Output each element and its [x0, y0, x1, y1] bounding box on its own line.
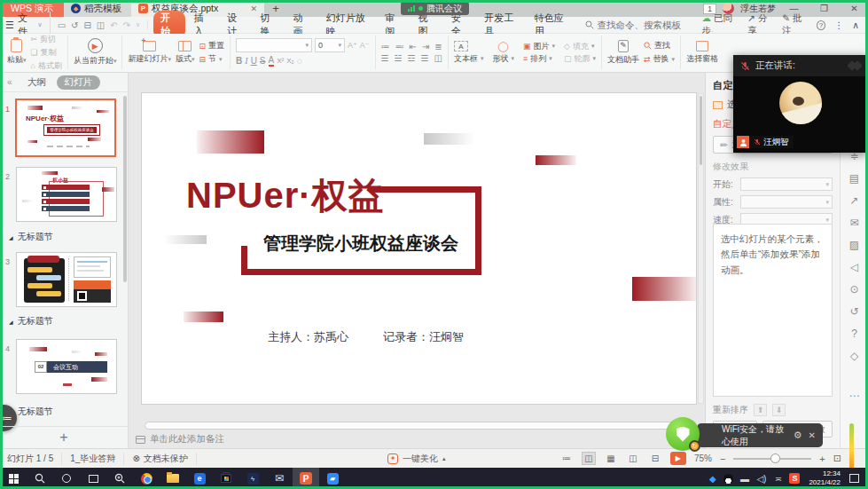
slide-sorter-icon[interactable]: ▦ — [604, 452, 618, 465]
slide-presenters[interactable]: 主持人：苏禹心 记录者：汪炯智 — [142, 329, 590, 345]
help-icon[interactable]: ? — [817, 20, 825, 30]
wps-taskbar-button[interactable]: P — [293, 468, 319, 489]
collapse-panel-icon[interactable]: « — [7, 77, 12, 87]
strikethrough-button[interactable]: S — [260, 56, 266, 66]
slideshow-button[interactable]: ▶ — [670, 452, 686, 465]
format-painter-button[interactable]: ⌂格式刷 — [31, 60, 62, 72]
font-size-select[interactable]: 0▾ — [315, 38, 345, 52]
zoom-in-button[interactable]: + — [819, 454, 825, 464]
replace-button[interactable]: ⇄替换▾ — [644, 53, 675, 65]
tab-docer-templates[interactable]: ◆ 稻壳模板 — [64, 0, 131, 17]
mail-icon[interactable]: ✉ — [849, 217, 858, 229]
security-shield-icon[interactable]: ↻ — [666, 417, 700, 451]
subscript-button[interactable]: X₂ — [286, 57, 293, 65]
sogou-input-icon[interactable]: S — [789, 473, 800, 484]
outdent-icon[interactable]: ⇤ — [410, 42, 417, 51]
numbering-icon[interactable]: ≕ — [395, 42, 404, 51]
slide-subtitle[interactable]: 管理学院小班权益座谈会 — [246, 232, 475, 256]
bold-button[interactable]: B — [236, 56, 242, 66]
outline-view-icon[interactable]: ≔ — [559, 452, 574, 465]
more-menu-icon[interactable]: ⋮ — [834, 20, 844, 30]
textbox-button[interactable]: 文本框▾ — [454, 53, 484, 65]
property-select[interactable]: ▾ — [740, 195, 833, 209]
fill-button[interactable]: ◇填充▾ — [564, 41, 596, 52]
action-center-icon[interactable] — [849, 474, 859, 483]
slide-1-canvas[interactable]: NPUer·权益 管理学院小班权益座谈会 主持人：苏禹心 记录者：汪炯智 — [142, 93, 696, 404]
cut-button[interactable]: ✂剪切 — [31, 34, 62, 45]
device-tray-icon[interactable]: ▬ — [739, 474, 750, 484]
file-explorer-button[interactable] — [160, 468, 186, 489]
taskbar-clock[interactable]: 12:34 2021/4/22 — [809, 469, 841, 487]
zoom-out-button[interactable]: − — [720, 454, 725, 464]
align-left-icon[interactable]: ☰ — [381, 53, 389, 63]
tencent-meeting-button[interactable]: ▰ — [319, 468, 346, 489]
redo-icon[interactable]: ↷ — [123, 20, 130, 30]
presenter-view-icon[interactable]: ⊟ — [648, 452, 662, 465]
document-protection[interactable]: ⊗文档未保护 — [124, 453, 196, 465]
reset-button[interactable]: ⊡重置 — [199, 40, 225, 51]
justify-icon[interactable]: ☰ — [420, 53, 428, 63]
clear-format-icon[interactable]: ◌ — [297, 56, 302, 66]
selection-pane-button[interactable]: 选择窗格 — [686, 41, 718, 65]
shapes-button[interactable]: 形状▾ — [492, 53, 514, 65]
play-from-current-button[interactable]: ▶ 从当前开始▾ — [74, 38, 117, 67]
new-slide-button[interactable]: 新建幻灯片▾ — [128, 41, 171, 65]
superscript-button[interactable]: X² — [277, 57, 284, 65]
network-tray-icon[interactable]: ≍ — [772, 474, 784, 484]
align-center-icon[interactable]: ☱ — [395, 53, 403, 63]
tab-outline[interactable]: 大纲 — [27, 76, 46, 89]
task-view-button[interactable] — [80, 468, 106, 489]
zoom-slider[interactable] — [733, 458, 811, 460]
command-search[interactable] — [585, 20, 702, 30]
italic-button[interactable]: I — [245, 56, 247, 66]
collapse-ribbon-icon[interactable]: ∧ — [852, 20, 859, 30]
section-button[interactable]: ⊟节▾ — [199, 53, 225, 65]
qq-tray-icon[interactable] — [723, 474, 733, 484]
close-toast-icon[interactable]: ✕ — [809, 430, 816, 440]
more-dots-icon[interactable]: ⋯ — [849, 390, 860, 402]
layout-button[interactable]: 版式▾ — [176, 41, 195, 65]
record-icon[interactable]: ⊙ — [849, 283, 858, 296]
increase-font-icon[interactable]: A⁺ — [348, 41, 357, 50]
sidebar-scrollbar[interactable] — [123, 96, 127, 282]
gear-icon[interactable]: ⚙ — [794, 430, 802, 441]
columns-icon[interactable]: ◫ — [434, 53, 442, 63]
canvas-horizontal-scrollbar[interactable] — [145, 422, 694, 430]
cortana-button[interactable] — [53, 468, 80, 489]
dev-tool-button[interactable]: ϟ — [239, 468, 266, 489]
doc-assistant-button[interactable]: ✎ 文档助手 — [607, 40, 639, 66]
gallery-icon[interactable]: ▤ — [849, 172, 859, 185]
add-slide-button[interactable]: + — [0, 426, 128, 448]
ms-store-button[interactable] — [213, 468, 239, 489]
box-icon[interactable]: ◇ — [850, 350, 858, 362]
underline-button[interactable]: U — [251, 56, 257, 66]
move-down-icon[interactable]: ⬇ — [772, 404, 786, 416]
paste-button[interactable]: 粘贴▾ — [7, 39, 27, 66]
notes-bar[interactable]: 单击此处添加备注 — [136, 433, 224, 446]
export-icon[interactable]: ↗ — [849, 194, 858, 207]
fit-to-window-icon[interactable]: ⊡ — [833, 453, 841, 464]
line-spacing-icon[interactable]: ≣ — [434, 42, 442, 51]
help-strip-icon[interactable]: ? — [851, 327, 857, 340]
wifi-toast[interactable]: WiFi安全，请放心使用 ⚙ ✕ — [697, 423, 823, 447]
slide-thumbnail-2[interactable]: 权小益 — [16, 167, 117, 222]
normal-view-icon[interactable]: ◫ — [582, 452, 596, 465]
animation-list-box[interactable]: 选中幻灯片的某个元素，然后单击“添加效果”添加动画。 — [713, 224, 833, 397]
template-name[interactable]: 1_毕业答辩 — [62, 453, 124, 465]
search-input[interactable] — [598, 20, 702, 30]
save-icon[interactable]: ▭ — [58, 20, 66, 30]
slide-title[interactable]: NPUer·权益 — [186, 175, 385, 216]
preview-icon[interactable]: ◫ — [97, 20, 105, 30]
history-icon[interactable]: ↺ — [849, 305, 858, 318]
slide-thumbnail-3[interactable] — [16, 252, 117, 307]
beautify-button[interactable]: ✦ 一键美化 ▴ — [387, 453, 446, 465]
blue-app-button[interactable]: e — [186, 468, 213, 489]
copy-button[interactable]: ❏复制 — [31, 47, 62, 59]
font-color-button[interactable]: A — [269, 55, 275, 67]
meeting-status-pill[interactable]: 腾讯会议 — [401, 2, 469, 15]
indent-icon[interactable]: ⇥ — [422, 42, 429, 51]
print-icon[interactable]: ⊟ — [83, 20, 90, 30]
start-button[interactable] — [0, 468, 27, 489]
volume-tray-icon[interactable]: ◁) — [755, 474, 767, 484]
sound-icon[interactable]: ◁ — [850, 261, 858, 273]
